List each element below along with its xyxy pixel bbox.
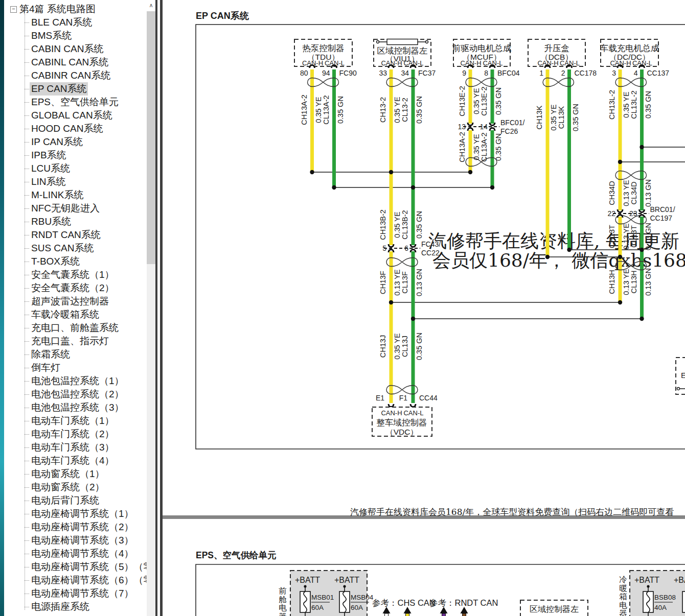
tree-item-38[interactable]: 电动座椅调节系统（2） — [4, 520, 155, 534]
tree-item-label: 安全气囊系统（1） — [30, 268, 116, 281]
tree-item-12[interactable]: LIN系统 — [4, 175, 155, 188]
connector-name: FC26 — [500, 127, 518, 135]
fuse-terminal-dot — [647, 585, 649, 587]
pin-number: F1 — [399, 394, 408, 402]
tree-root-item[interactable]: − 第4篇 系统电路图 — [4, 3, 155, 16]
tree-item-28[interactable]: 电池包温控系统（2） — [4, 388, 155, 401]
tree-item-1[interactable]: BMS系统 — [4, 29, 155, 42]
tree-item-6[interactable]: EPS、空气供给单元 — [4, 96, 155, 109]
tree-item-label: 电动车门系统（4） — [30, 454, 116, 467]
diagram-content-pane: 汽修帮手在线资料库, 每周更新会员仅168/年， 微信qxbs1688热泵控制器… — [163, 0, 685, 616]
ecu-title: 热泵控制器 — [302, 43, 345, 53]
junction-dot — [389, 300, 393, 304]
tree-item-20[interactable]: 安全气囊系统（2） — [4, 281, 155, 295]
wire-stub — [406, 613, 409, 616]
tree-item-10[interactable]: IPB系统 — [4, 149, 155, 162]
tree-item-36[interactable]: 电动后背门系统 — [4, 494, 155, 507]
tree-item-16[interactable]: RNDT CAN系统 — [4, 228, 155, 242]
tree-item-44[interactable]: 电源插座系统 — [4, 600, 155, 613]
tree-item-24[interactable]: 充电口盖、指示灯 — [4, 335, 155, 348]
fuse-body-icon — [682, 591, 685, 612]
connector-name: CC178 — [575, 69, 597, 77]
thermal-ebox-side-label: 器 — [619, 609, 627, 616]
ecu-subtitle: （VDC） — [385, 428, 418, 436]
tree-item-30[interactable]: 电动车门系统（1） — [4, 414, 155, 428]
tree-item-29[interactable]: 电池包温控系统（3） — [4, 401, 155, 414]
tree-item-label: 电池包温控系统（2） — [30, 388, 126, 401]
tree-item-9[interactable]: IP CAN系统 — [4, 135, 155, 149]
tree-item-label: 电池包温控系统（1） — [30, 374, 126, 388]
batt-label: +BATT — [334, 576, 359, 584]
wire-name-label: CH13B-2 — [379, 209, 387, 240]
sidebar-scrollbar[interactable]: ∧ — [147, 0, 155, 616]
wire-name-label: CL13A-2 — [322, 95, 330, 124]
up-arrow-icon — [440, 607, 448, 613]
tree-item-8[interactable]: HOOD CAN系统 — [4, 122, 155, 135]
tree-item-39[interactable]: 电动座椅调节系统（3） — [4, 534, 155, 547]
tree-collapse-icon[interactable]: − — [10, 6, 17, 13]
tree-item-2[interactable]: CABIN CAN系统 — [4, 42, 155, 56]
tree-item-label: IP CAN系统 — [30, 135, 84, 149]
wire-spec-label: 0.35 GN — [494, 133, 503, 161]
fuse-rating: 60A — [311, 604, 324, 611]
can-l-label: CAN-L — [632, 59, 652, 67]
batt-label: +BATT — [295, 576, 320, 584]
wire-spec-label: 0.35 GN — [415, 211, 423, 239]
junction-dot — [468, 170, 472, 174]
wire-spec-label: 0.35 GN — [644, 91, 652, 119]
wire-name-label: CH13-2 — [379, 97, 387, 123]
tree-item-label: CABIN CAN系统 — [30, 42, 105, 56]
wire-spec-label: 0.35 YE — [472, 134, 481, 160]
tree-item-label: 电动后背门系统 — [30, 494, 101, 507]
tree-item-21[interactable]: 超声波雷达控制器 — [4, 295, 155, 308]
can-h-label: CAN-H — [381, 59, 402, 67]
wire-name-label: CL13B-2 — [401, 210, 409, 239]
tree-item-label: NFC无钥匙进入 — [30, 202, 101, 215]
scrollbar-thumb[interactable] — [147, 11, 155, 264]
junction-dot — [310, 170, 314, 174]
ref-rndt-can-label: 参考：RNDT CAN — [429, 598, 498, 607]
tree-item-5[interactable]: EP CAN系统 — [4, 82, 155, 96]
wire-spec-label: 0.35 GN — [336, 96, 345, 124]
tree-item-4[interactable]: CABINR CAN系统 — [4, 69, 155, 82]
tree-item-7[interactable]: GLOBAL CAN系统 — [4, 109, 155, 122]
tree-item-41[interactable]: 电动座椅调节系统（5）（零 — [4, 560, 155, 574]
tree-item-label: EPS、空气供给单元 — [30, 96, 120, 109]
tree-item-26[interactable]: 倒车灯 — [4, 361, 155, 374]
tree-item-22[interactable]: 车载冷暖箱系统 — [4, 308, 155, 321]
pin-number: 3 — [612, 69, 616, 77]
tree-item-14[interactable]: NFC无钥匙进入 — [4, 202, 155, 215]
batt-label: +BATT — [634, 576, 659, 584]
front-ebox-side-label: 电 — [279, 603, 287, 612]
tree-item-18[interactable]: T-BOX系统 — [4, 255, 155, 268]
can-l-label: CAN-L — [483, 59, 503, 67]
tree-item-17[interactable]: SUS CAN系统 — [4, 242, 155, 255]
tree-item-0[interactable]: BLE CAN系统 — [4, 16, 155, 29]
tree-item-23[interactable]: 充电口、前舱盖系统 — [4, 321, 155, 335]
ecu-title: 车载充电机总成 — [600, 43, 659, 53]
tree-item-40[interactable]: 电动座椅调节系统（4） — [4, 547, 155, 560]
tree-item-3[interactable]: CABINL CAN系统 — [4, 56, 155, 69]
tree-item-27[interactable]: 电池包温控系统（1） — [4, 374, 155, 388]
tree-item-33[interactable]: 电动车门系统（4） — [4, 454, 155, 467]
tree-item-label: LIN系统 — [30, 175, 67, 188]
wire-name-label: CL13L-2 — [630, 90, 638, 119]
junction-dot — [411, 317, 415, 321]
tree-item-35[interactable]: 电动窗系统（2） — [4, 481, 155, 494]
tree-item-42[interactable]: 电动座椅调节系统（6）（零 — [4, 574, 155, 587]
can-h-label: CAN-H — [381, 409, 402, 417]
thermal-ebox-side-label: 暖 — [619, 584, 627, 593]
tree-item-34[interactable]: 电动窗系统（1） — [4, 467, 155, 481]
tree-item-32[interactable]: 电动车门系统（3） — [4, 441, 155, 454]
tree-item-15[interactable]: RBU系统 — [4, 215, 155, 228]
scroll-up-icon[interactable]: ∧ — [147, 0, 155, 11]
tree-item-13[interactable]: M-LINK系统 — [4, 188, 155, 202]
tree-item-25[interactable]: 除霜系统 — [4, 348, 155, 361]
tree-item-label: BMS系统 — [30, 29, 73, 42]
tree-item-31[interactable]: 电动车门系统（2） — [4, 428, 155, 441]
tree-item-37[interactable]: 电动座椅调节系统（1） — [4, 507, 155, 520]
tree-item-43[interactable]: 电动座椅调节系统（7） — [4, 587, 155, 600]
tree-item-11[interactable]: LCU系统 — [4, 162, 155, 175]
tree-item-label: 电动窗系统（2） — [30, 481, 106, 494]
tree-item-19[interactable]: 安全气囊系统（1） — [4, 268, 155, 281]
